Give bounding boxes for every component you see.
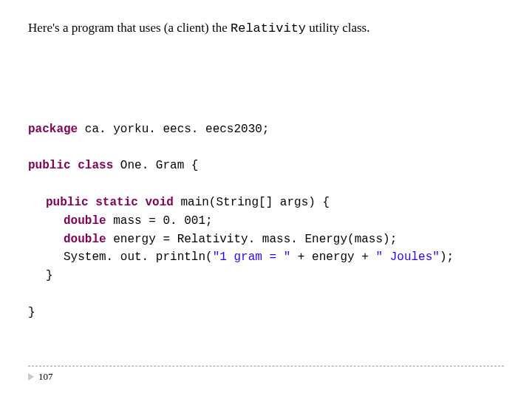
kw-public: public — [28, 159, 71, 172]
kw-class: class — [78, 159, 113, 172]
str-lit-1: "1 gram = " — [213, 250, 291, 264]
mass-line: mass = 0. 001; — [106, 214, 213, 228]
class-decl: One. Gram { — [113, 159, 198, 172]
slide-heading: Here's a program that uses (a client) th… — [28, 21, 504, 35]
close-brace-inner: } — [28, 267, 53, 285]
heading-pre: Here's a program that uses (a client) th… — [28, 21, 231, 35]
kw-void: void — [145, 196, 173, 209]
heading-classname: Relativity — [231, 21, 306, 35]
kw-public: public — [46, 196, 89, 209]
footer-divider — [28, 366, 504, 366]
code-block: package ca. yorku. eecs. eecs2030; publi… — [28, 102, 504, 340]
println-pre: System. out. println( — [64, 250, 213, 264]
println-post: ); — [440, 250, 454, 264]
kw-double: double — [64, 214, 106, 228]
heading-post: utility class. — [306, 21, 369, 35]
str-lit-2: " Joules" — [375, 250, 439, 264]
triangle-icon — [28, 373, 34, 381]
page-number: 107 — [38, 371, 53, 383]
kw-package: package — [28, 123, 78, 136]
slide-footer: 107 — [28, 366, 504, 383]
kw-static: static — [95, 196, 138, 209]
pkg-decl: ca. yorku. eecs. eecs2030; — [78, 123, 269, 136]
close-brace-outer: } — [28, 306, 35, 319]
plus-expr: + energy + — [290, 250, 375, 264]
kw-double: double — [64, 233, 106, 246]
energy-line: energy = Relativity. mass. Energy(mass); — [106, 233, 398, 246]
main-sig: main(String[] args) { — [174, 196, 330, 209]
